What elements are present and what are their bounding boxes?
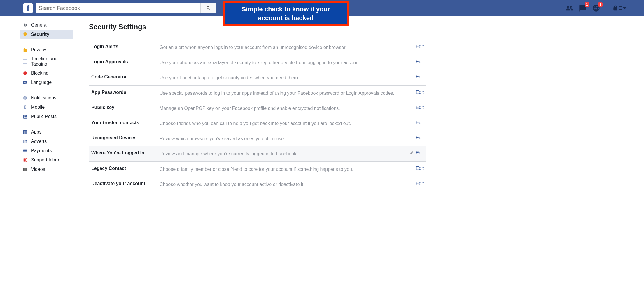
sidebar-item-label: Support Inbox bbox=[31, 157, 60, 163]
settings-row-desc: Review which browsers you've saved as on… bbox=[160, 135, 405, 142]
chevron-down-icon bbox=[623, 7, 626, 9]
settings-row-login-alerts[interactable]: Login AlertsGet an alert when anyone log… bbox=[89, 40, 426, 55]
sidebar-item-notifications[interactable]: Notifications bbox=[20, 93, 73, 103]
edit-link[interactable]: Edit bbox=[416, 181, 424, 186]
edit-link[interactable]: Edit bbox=[416, 74, 424, 80]
settings-row-recognised-devices[interactable]: Recognised DevicesReview which browsers … bbox=[89, 131, 426, 146]
search-box[interactable] bbox=[36, 3, 216, 13]
notifications-button[interactable]: 1 bbox=[592, 4, 600, 12]
sidebar-item-public-posts[interactable]: Public Posts bbox=[20, 112, 73, 121]
adverts-icon: f bbox=[22, 138, 28, 144]
svg-rect-37 bbox=[27, 169, 27, 170]
settings-row-label: Deactivate your account bbox=[89, 181, 156, 186]
svg-rect-18 bbox=[24, 133, 25, 134]
settings-row-your-trusted-contacts[interactable]: Your trusted contactsChoose friends who … bbox=[89, 116, 426, 131]
svg-rect-38 bbox=[27, 170, 27, 171]
sidebar-item-payments[interactable]: Payments bbox=[20, 146, 73, 155]
settings-row-legacy-contact[interactable]: Legacy ContactChoose a family member or … bbox=[89, 161, 426, 177]
settings-row-label: Your trusted contacts bbox=[89, 120, 156, 125]
globe-icon bbox=[22, 95, 28, 101]
settings-row-edit: Edit bbox=[408, 135, 426, 141]
svg-point-29 bbox=[24, 159, 26, 161]
sidebar-item-support-inbox[interactable]: Support Inbox bbox=[20, 155, 73, 165]
sidebar-item-language[interactable]: A文Language bbox=[20, 78, 73, 87]
settings-row-deactivate-your-account[interactable]: Deactivate your accountChoose whether yo… bbox=[89, 177, 426, 192]
settings-row-label: Where You're Logged In bbox=[89, 150, 156, 156]
timeline-icon bbox=[22, 59, 28, 64]
sidebar-item-mobile[interactable]: Mobile bbox=[20, 103, 73, 112]
sidebar-separator bbox=[20, 124, 73, 124]
edit-link[interactable]: Edit bbox=[416, 105, 424, 110]
lock-icon bbox=[612, 5, 618, 11]
settings-row-desc: Choose whether you want to keep your acc… bbox=[160, 181, 405, 188]
svg-rect-22 bbox=[24, 141, 27, 142]
messages-badge: 1 bbox=[585, 2, 589, 7]
settings-row-login-approvals[interactable]: Login ApprovalsUse your phone as an extr… bbox=[89, 55, 426, 70]
support-icon bbox=[22, 157, 28, 163]
svg-rect-16 bbox=[24, 131, 25, 132]
sidebar-item-label: Notifications bbox=[31, 95, 56, 101]
topbar-right: 1 1 bbox=[565, 4, 638, 12]
messages-button[interactable]: 1 bbox=[579, 4, 587, 12]
edit-link[interactable]: Edit bbox=[416, 44, 424, 49]
svg-rect-23 bbox=[24, 142, 27, 143]
svg-rect-19 bbox=[26, 133, 27, 134]
menu-lines-icon bbox=[620, 6, 622, 10]
settings-row-app-passwords[interactable]: App PasswordsUse special passwords to lo… bbox=[89, 85, 426, 101]
annotation-callout: Simple check to know if your account is … bbox=[223, 1, 349, 26]
svg-rect-17 bbox=[26, 131, 27, 132]
edit-link[interactable]: Edit bbox=[416, 135, 424, 141]
sidebar-item-label: Public Posts bbox=[31, 114, 57, 119]
settings-row-where-you-re-logged-in[interactable]: Where You're Logged InReview and manage … bbox=[89, 146, 426, 161]
settings-row-label: Recognised Devices bbox=[89, 135, 156, 141]
facebook-logo[interactable]: f bbox=[23, 3, 33, 13]
page: GeneralSecurityPrivacyTimeline and Taggi… bbox=[0, 16, 438, 204]
settings-row-edit: Edit bbox=[408, 59, 426, 64]
edit-link[interactable]: Edit bbox=[416, 90, 424, 95]
settings-row-label: Public key bbox=[89, 105, 156, 110]
sidebar-item-adverts[interactable]: fAdverts bbox=[20, 137, 73, 146]
settings-end-rule bbox=[89, 192, 426, 192]
edit-link[interactable]: Edit bbox=[416, 120, 424, 125]
settings-row-edit: Edit bbox=[408, 120, 426, 125]
sidebar-item-apps[interactable]: Apps bbox=[20, 127, 73, 137]
friends-icon bbox=[565, 4, 573, 13]
sidebar-item-label: Security bbox=[31, 32, 49, 37]
sidebar-item-privacy[interactable]: Privacy bbox=[20, 45, 73, 55]
main-content: Security Settings Login AlertsGet an ale… bbox=[77, 16, 438, 204]
notifications-badge: 1 bbox=[598, 2, 603, 7]
sidebar-item-label: Language bbox=[31, 80, 52, 85]
search-input[interactable] bbox=[36, 5, 200, 11]
sidebar-item-timeline-and-tagging[interactable]: Timeline and Tagging bbox=[20, 55, 73, 69]
svg-rect-1 bbox=[620, 8, 622, 8]
settings-row-label: Legacy Contact bbox=[89, 166, 156, 171]
apps-icon bbox=[22, 129, 28, 135]
settings-row-edit: Edit bbox=[408, 150, 426, 156]
settings-row-edit: Edit bbox=[408, 90, 426, 95]
sidebar-item-general[interactable]: General bbox=[20, 20, 73, 30]
svg-rect-36 bbox=[27, 168, 27, 169]
settings-row-code-generator[interactable]: Code GeneratorUse your Facebook app to g… bbox=[89, 70, 426, 85]
edit-link[interactable]: Edit bbox=[416, 59, 424, 64]
settings-row-desc: Get an alert when anyone logs in to your… bbox=[160, 44, 405, 51]
settings-row-public-key[interactable]: Public keyManage an OpenPGP key on your … bbox=[89, 101, 426, 116]
privacy-shortcuts-button[interactable] bbox=[612, 5, 626, 11]
sidebar-item-label: Apps bbox=[31, 129, 41, 135]
friend-requests-button[interactable] bbox=[565, 4, 573, 12]
sidebar-item-videos[interactable]: Videos bbox=[20, 165, 73, 174]
sidebar-item-label: Privacy bbox=[31, 47, 46, 52]
language-icon: A文 bbox=[22, 80, 28, 85]
settings-row-desc: Manage an OpenPGP key on your Facebook p… bbox=[160, 105, 405, 112]
search-button[interactable] bbox=[200, 3, 216, 13]
sidebar-separator bbox=[20, 90, 73, 90]
pencil-icon bbox=[410, 151, 414, 156]
sidebar-item-security[interactable]: Security bbox=[20, 30, 73, 39]
edit-link[interactable]: Edit bbox=[416, 166, 424, 171]
mobile-icon bbox=[22, 104, 28, 110]
sidebar-item-blocking[interactable]: Blocking bbox=[20, 69, 73, 78]
svg-rect-15 bbox=[23, 130, 27, 134]
top-bar: f Simple check to know if your account i… bbox=[0, 0, 644, 16]
settings-row-desc: Use special passwords to log in to your … bbox=[160, 90, 405, 96]
edit-link[interactable]: Edit bbox=[416, 150, 424, 156]
settings-row-edit: Edit bbox=[408, 74, 426, 80]
